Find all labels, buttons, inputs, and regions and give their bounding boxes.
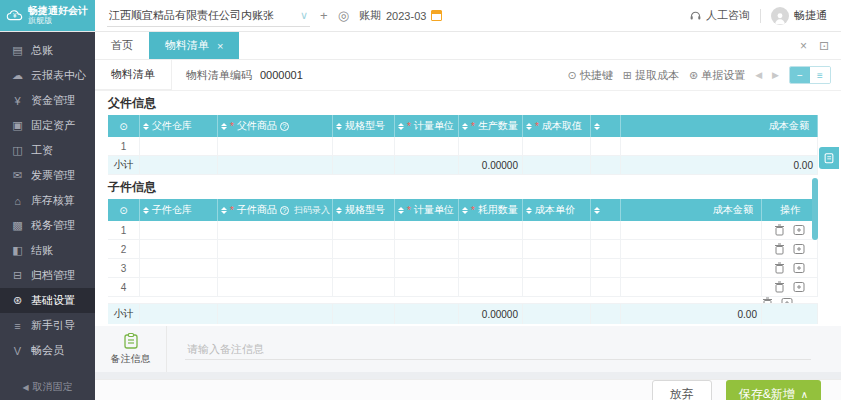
- sort-icon[interactable]: [143, 207, 149, 214]
- delete-row-icon[interactable]: [774, 262, 785, 274]
- delete-row-icon[interactable]: [774, 281, 785, 293]
- doc-type-tab[interactable]: 物料清单: [95, 60, 172, 90]
- delete-row-icon[interactable]: [762, 297, 773, 304]
- price-cell[interactable]: [523, 278, 591, 296]
- column-settings-gear-icon[interactable]: ⊙: [108, 115, 140, 137]
- sidebar-item-tax[interactable]: ▩税务管理: [0, 213, 95, 238]
- company-selector[interactable]: 江西顺宜精品有限责任公司内账张 ∨: [107, 5, 310, 27]
- goods-cell[interactable]: [218, 240, 333, 258]
- cost-value-cell[interactable]: [523, 137, 591, 155]
- warehouse-cell[interactable]: [140, 278, 218, 296]
- qty-cell[interactable]: [459, 259, 523, 277]
- sort-icon[interactable]: [398, 207, 404, 214]
- warehouse-cell[interactable]: [140, 137, 218, 155]
- extract-cost-button[interactable]: ⊞提取成本: [623, 68, 679, 83]
- sidebar-item-inventory[interactable]: ⌂库存核算: [0, 188, 95, 213]
- insert-row-icon[interactable]: [793, 224, 805, 236]
- sort-icon[interactable]: [336, 123, 342, 130]
- sidebar-item-funds[interactable]: ¥资金管理: [0, 88, 95, 113]
- list-view-button[interactable]: ≡: [810, 67, 830, 83]
- warehouse-cell[interactable]: [140, 259, 218, 277]
- price-cell[interactable]: [523, 240, 591, 258]
- sort-icon[interactable]: [526, 123, 532, 130]
- column-settings-gear-icon[interactable]: ⊙: [108, 199, 140, 221]
- sort-icon[interactable]: [462, 123, 468, 130]
- goods-cell[interactable]: [218, 221, 333, 239]
- visibility-icon[interactable]: ◎: [338, 8, 349, 23]
- spec-cell[interactable]: [333, 278, 395, 296]
- sort-icon[interactable]: [221, 123, 227, 130]
- qty-cell[interactable]: [459, 221, 523, 239]
- unpin-sidebar-button[interactable]: ◀取消固定: [0, 374, 95, 400]
- delete-row-icon[interactable]: [774, 243, 785, 255]
- goods-cell[interactable]: [218, 137, 333, 155]
- doc-settings-button[interactable]: ⊛单据设置: [689, 68, 745, 83]
- qty-cell[interactable]: [459, 278, 523, 296]
- accounting-period[interactable]: 账期 2023-03: [359, 8, 442, 23]
- sidebar-item-archive[interactable]: ⊟归档管理: [0, 263, 95, 288]
- close-tab-icon[interactable]: ×: [217, 40, 223, 52]
- unit-cell[interactable]: [395, 221, 459, 239]
- sidebar-item-general-ledger[interactable]: ▤总账: [0, 38, 95, 63]
- price-cell[interactable]: [523, 221, 591, 239]
- col-production-qty: 生产数量: [478, 119, 518, 133]
- sidebar-item-closing[interactable]: ◧结账: [0, 238, 95, 263]
- warehouse-cell[interactable]: [140, 221, 218, 239]
- sort-icon[interactable]: [594, 123, 600, 130]
- spec-cell[interactable]: [333, 240, 395, 258]
- sidebar-item-basic-settings[interactable]: ⊛基础设置: [0, 288, 95, 313]
- fullscreen-icon[interactable]: ⊡: [819, 39, 829, 53]
- insert-row-icon[interactable]: [793, 262, 805, 274]
- prev-doc-icon[interactable]: ◀: [755, 70, 762, 80]
- info-icon[interactable]: ?: [280, 206, 289, 215]
- sort-icon[interactable]: [336, 207, 342, 214]
- goods-cell[interactable]: [218, 259, 333, 277]
- cancel-button[interactable]: 放弃: [652, 380, 712, 400]
- insert-row-icon[interactable]: [793, 243, 805, 255]
- doc-settings-icon: ⊛: [689, 69, 698, 82]
- consult-button[interactable]: 人工咨询: [689, 8, 750, 23]
- close-all-icon[interactable]: ×: [800, 39, 807, 53]
- sidebar-item-fixed-assets[interactable]: ▣固定资产: [0, 113, 95, 138]
- save-and-new-button[interactable]: 保存&新增 ∧: [726, 380, 821, 400]
- sidebar-item-payroll[interactable]: ◫工资: [0, 138, 95, 163]
- sidebar-item-member[interactable]: V畅会员: [0, 338, 95, 363]
- shortcut-keys-button[interactable]: ⊙快捷键: [568, 68, 613, 83]
- spec-cell[interactable]: [333, 259, 395, 277]
- add-account-button[interactable]: +: [320, 8, 328, 23]
- tab-bom-list[interactable]: 物料清单 ×: [149, 32, 239, 59]
- scan-entry-link[interactable]: 扫码录入: [294, 204, 330, 217]
- info-icon[interactable]: ?: [280, 122, 289, 131]
- bom-code-value: 0000001: [260, 69, 303, 81]
- spec-cell[interactable]: [333, 137, 395, 155]
- unit-cell[interactable]: [395, 137, 459, 155]
- insert-row-icon[interactable]: [781, 297, 793, 304]
- goods-cell[interactable]: [218, 278, 333, 296]
- unit-cell[interactable]: [395, 278, 459, 296]
- table-scrollbar[interactable]: [812, 178, 818, 240]
- sidebar-item-guide[interactable]: ≡新手引导: [0, 313, 95, 338]
- sort-icon[interactable]: [594, 207, 600, 214]
- unit-cell[interactable]: [395, 240, 459, 258]
- sort-icon[interactable]: [143, 123, 149, 130]
- sidebar-item-invoices[interactable]: ✉发票管理: [0, 163, 95, 188]
- sort-icon[interactable]: [398, 123, 404, 130]
- delete-row-icon[interactable]: [774, 224, 785, 236]
- sidebar-item-cloud-reports[interactable]: ☁云报表中心: [0, 63, 95, 88]
- next-doc-icon[interactable]: ▶: [772, 70, 779, 80]
- insert-row-icon[interactable]: [793, 281, 805, 293]
- sort-icon[interactable]: [221, 207, 227, 214]
- qty-cell[interactable]: [459, 240, 523, 258]
- unit-cell[interactable]: [395, 259, 459, 277]
- tab-home[interactable]: 首页: [95, 32, 149, 59]
- sort-icon[interactable]: [526, 207, 532, 214]
- side-panel-button[interactable]: [819, 147, 839, 169]
- price-cell[interactable]: [523, 259, 591, 277]
- card-view-button[interactable]: −: [790, 67, 810, 83]
- warehouse-cell[interactable]: [140, 240, 218, 258]
- spec-cell[interactable]: [333, 221, 395, 239]
- sort-icon[interactable]: [462, 207, 468, 214]
- user-menu[interactable]: 畅捷通: [771, 7, 827, 25]
- remark-input[interactable]: [185, 339, 811, 360]
- qty-cell[interactable]: [459, 137, 523, 155]
